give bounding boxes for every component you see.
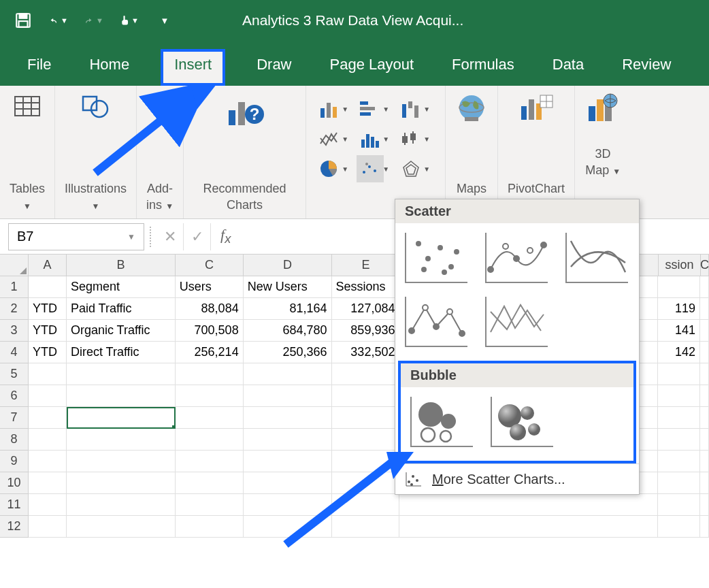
cell[interactable] <box>67 451 176 472</box>
col-header-D[interactable]: D <box>244 255 332 276</box>
cell[interactable] <box>176 451 244 472</box>
cell[interactable] <box>658 429 700 451</box>
cell[interactable] <box>658 385 700 407</box>
cell[interactable]: 142 <box>658 342 700 363</box>
bubble-3d-chart-option[interactable] <box>491 397 553 447</box>
cell[interactable] <box>700 320 709 342</box>
cell[interactable] <box>29 363 67 385</box>
cell[interactable]: Direct Traffic <box>67 342 176 363</box>
cell[interactable] <box>332 516 400 538</box>
row-header[interactable]: 2 <box>0 298 29 320</box>
chevron-down-icon[interactable]: ▼ <box>127 232 135 242</box>
cell[interactable] <box>29 407 67 429</box>
cell[interactable] <box>700 494 709 516</box>
cell[interactable]: New Users <box>244 276 332 298</box>
scatter-straight-option[interactable] <box>485 297 548 347</box>
col-header-C[interactable]: C <box>176 255 244 276</box>
cell[interactable] <box>700 385 709 407</box>
scatter-chart-icon[interactable]: ▼ <box>357 155 384 182</box>
cell[interactable]: Sessions <box>332 276 400 298</box>
cell[interactable] <box>332 472 400 494</box>
row-header[interactable]: 12 <box>0 516 29 538</box>
cell[interactable] <box>244 451 332 472</box>
ribbon-group-addins[interactable]: Add- ins ▼ <box>137 86 184 218</box>
cell[interactable]: 256,214 <box>176 342 244 363</box>
cell[interactable] <box>244 516 332 538</box>
cell[interactable]: 88,084 <box>176 298 244 320</box>
scatter-smooth-markers-option[interactable] <box>485 233 548 283</box>
cell[interactable] <box>332 385 400 407</box>
row-header[interactable]: 5 <box>0 363 29 385</box>
cell[interactable] <box>244 385 332 407</box>
cell[interactable] <box>700 472 709 494</box>
cell[interactable] <box>658 363 700 385</box>
cell[interactable] <box>67 385 176 407</box>
row-header[interactable]: 10 <box>0 472 29 494</box>
cell[interactable] <box>332 451 400 472</box>
cell[interactable] <box>700 407 709 429</box>
cell[interactable] <box>399 516 658 538</box>
ribbon-group-illustrations[interactable]: Illustrations▼ <box>55 86 137 218</box>
histogram-icon[interactable]: ▼ <box>357 125 384 152</box>
cell[interactable] <box>244 429 332 451</box>
cell[interactable]: 81,164 <box>244 298 332 320</box>
cell[interactable] <box>67 407 176 429</box>
scatter-smooth-option[interactable] <box>565 233 628 283</box>
cell[interactable] <box>67 472 176 494</box>
tab-draw[interactable]: Draw <box>250 49 298 86</box>
col-header-B[interactable]: B <box>67 255 176 276</box>
cell[interactable]: Organic Traffic <box>67 320 176 342</box>
radar-chart-icon[interactable]: ▼ <box>397 155 425 182</box>
row-header[interactable]: 7 <box>0 407 29 429</box>
cell[interactable] <box>244 494 332 516</box>
cell[interactable] <box>29 451 67 472</box>
cell[interactable] <box>67 516 176 538</box>
cell[interactable] <box>29 494 67 516</box>
row-header[interactable]: 3 <box>0 320 29 342</box>
cell[interactable] <box>67 429 176 451</box>
cell[interactable] <box>332 429 400 451</box>
cell[interactable]: Users <box>176 276 244 298</box>
ribbon-group-tables[interactable]: Tables▼ <box>0 86 55 218</box>
cell[interactable] <box>176 429 244 451</box>
cell[interactable] <box>399 494 658 516</box>
cell[interactable] <box>176 363 244 385</box>
tab-insert[interactable]: Insert <box>161 49 225 86</box>
touch-mode-icon[interactable]: ▼ <box>120 11 139 30</box>
cell[interactable]: 859,936 <box>332 320 400 342</box>
waterfall-chart-icon[interactable]: ▼ <box>397 95 425 122</box>
cell[interactable] <box>658 451 700 472</box>
tab-home[interactable]: Home <box>82 49 136 86</box>
cancel-icon[interactable]: ✕ <box>156 223 184 250</box>
cell[interactable] <box>658 516 700 538</box>
select-all-corner[interactable] <box>0 255 29 276</box>
cell[interactable]: YTD <box>29 320 67 342</box>
cell[interactable]: 700,508 <box>176 320 244 342</box>
line-chart-icon[interactable]: ▼ <box>316 125 343 152</box>
row-header[interactable]: 8 <box>0 429 29 451</box>
cell[interactable]: 332,502 <box>332 342 400 363</box>
cell[interactable] <box>244 472 332 494</box>
cell[interactable] <box>244 363 332 385</box>
row-header[interactable]: 4 <box>0 342 29 363</box>
cell[interactable] <box>29 276 67 298</box>
ribbon-group-recommended-charts[interactable]: ? Recommended Charts <box>184 86 306 218</box>
scatter-straight-markers-option[interactable] <box>405 297 467 347</box>
cell[interactable] <box>332 494 400 516</box>
cell[interactable] <box>67 363 176 385</box>
cell[interactable] <box>176 516 244 538</box>
cell[interactable] <box>332 407 400 429</box>
cell[interactable] <box>700 516 709 538</box>
cell[interactable] <box>700 342 709 363</box>
cell[interactable] <box>176 494 244 516</box>
cell[interactable]: YTD <box>29 342 67 363</box>
bubble-chart-option[interactable] <box>410 397 473 447</box>
row-header[interactable]: 9 <box>0 451 29 472</box>
cell[interactable] <box>700 298 709 320</box>
cell[interactable] <box>67 494 176 516</box>
cell[interactable] <box>700 363 709 385</box>
cell[interactable] <box>29 516 67 538</box>
tab-data[interactable]: Data <box>546 49 591 86</box>
cell[interactable]: 141 <box>658 320 700 342</box>
row-header[interactable]: 1 <box>0 276 29 298</box>
